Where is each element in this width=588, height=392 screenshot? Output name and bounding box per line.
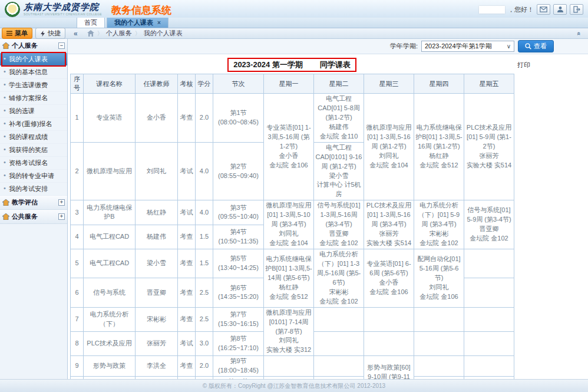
footer-copyright: © 版权所有：CopyRight @江苏金智教育信息技术有限公司 2012-20… <box>0 379 588 392</box>
college-subtitle: SOUTHEAST UNIVERSITY CHENGXIAN COLLEGE <box>24 13 102 16</box>
sidebar-item-makeup-exam[interactable]: 补考(重修)报名 <box>0 118 67 131</box>
chevron-down-icon: ∨ <box>507 43 511 50</box>
brand: 东南大学成贤学院 SOUTHEAST UNIVERSITY CHENGXIAN … <box>5 1 171 17</box>
sidebar-item-course-payment[interactable]: 学生选课缴费 <box>0 79 67 92</box>
expand-group-icon[interactable]: + <box>58 199 65 206</box>
menu-button[interactable]: 菜单 <box>2 28 32 39</box>
sidebar-item-qualification-exam[interactable]: 资格考试报名 <box>0 157 67 170</box>
schedule-cell: 电力系统分析（下）[01] 1-3周,5-16周 (第5-6节) 宋彬彬 金坛院… <box>314 249 364 308</box>
schedule-cell: 微机原理与应用[0101] 7-14周 (第7-8节) 刘同礼 实验大楼 实31… <box>264 307 314 356</box>
breadcrumb-my-schedule[interactable]: 我的个人课表 <box>144 29 183 38</box>
view-button[interactable]: 查看 <box>518 40 554 52</box>
schedule-cell-empty <box>264 356 314 377</box>
sidebar-group-teaching-evaluation[interactable]: 教学评估 + <box>0 196 67 210</box>
table-row: 5 电气工程CAD 梁小雪 考查 1.5 第5节 (13:40~14:25) 电… <box>71 249 514 278</box>
expand-group-icon[interactable]: + <box>58 213 65 220</box>
schedule-panel: 2023-2024 第一学期 同学课表 打印 序号 课程名称 任课教师 <box>68 54 588 390</box>
semester-label: 学年学期: <box>390 42 418 51</box>
table-row: 7 电力系统分析（下） 宋彬彬 考查 2.5 第7节 (15:30~16:15)… <box>71 307 514 331</box>
schedule-cell: PLC技术及应用[01] 5-9周 (第1-2节) 张丽芳 实验大楼 实514 <box>464 94 514 200</box>
schedule-title: 2023-2024 第一学期 同学课表 <box>227 58 356 72</box>
user-button[interactable] <box>553 4 567 15</box>
quick-button[interactable]: 快捷 <box>35 28 65 39</box>
schedule-cell: 配网自动化[01] 5-16周 (第5-6节) 刘同礼 金坛院 金106 <box>414 249 464 308</box>
schedule-cell: 微机原理与应用[01] 1-3周,5-16周 (第1-2节) 刘同礼 金坛院 金… <box>364 94 414 200</box>
college-logo-icon <box>5 2 20 17</box>
search-icon <box>525 43 531 50</box>
greeting-text: ，您好！ <box>508 5 534 14</box>
schedule-cell-empty <box>364 331 414 355</box>
table-row: 3 电力系统继电保护B 杨红静 考试 4.0 第3节 (09:55~10:40)… <box>71 200 514 225</box>
schedule-cell: 微机原理与应用[01] 1-3周,5-10周 (第3-4节) 刘同礼 金坛院 金… <box>264 200 314 249</box>
schedule-cell: 专业英语[01] 6-6周 (第5-6节) 金小香 金坛院 金106 <box>364 249 414 308</box>
tab-my-schedule[interactable]: 我的个人课表 × <box>107 17 169 28</box>
table-row: 1 专业英语 金小香 考查 2.0 第1节 (08:00~08:45) 专业英语… <box>71 94 514 143</box>
schedule-cell-empty <box>314 307 364 331</box>
logout-icon <box>573 6 580 13</box>
collapse-group-icon[interactable]: − <box>58 42 65 49</box>
schedule-cell-empty <box>314 331 364 355</box>
college-name: 东南大学成贤学院 <box>24 3 102 12</box>
mail-icon <box>540 6 547 12</box>
house-icon <box>2 213 9 220</box>
schedule-cell-empty <box>414 356 464 377</box>
sidebar-item-my-schedule[interactable]: 我的个人课表 <box>0 53 67 66</box>
sidebar-item-course-grades[interactable]: 我的课程成绩 <box>0 131 67 144</box>
top-header: 东南大学成贤学院 SOUTHEAST UNIVERSITY CHENGXIAN … <box>0 0 588 18</box>
breadcrumb: 〉 个人服务 〉 我的个人课表 <box>87 29 183 38</box>
home-icon[interactable] <box>87 30 94 37</box>
tab-home[interactable]: 首页 <box>77 17 105 28</box>
header-row: 序号 课程名称 任课教师 考核 学分 节次 星期一 星期二 星期三 星期四 星期… <box>71 74 514 94</box>
sidebar-item-my-course-selection[interactable]: 我的选课 <box>0 105 67 118</box>
schedule-cell-empty <box>314 356 364 377</box>
user-icon <box>557 6 564 13</box>
schedule-cell: 电气工程CAD[01] 5-8周 (第1-2节) 杨建伟 金坛院 金110 <box>314 94 364 143</box>
panel-collapse-icon[interactable]: « <box>576 31 583 35</box>
schedule-cell: 信号与系统[01] 5-9周 (第3-4节) 晋亚卿 金坛院 金102 <box>464 200 514 249</box>
schedule-cell: PLC技术及应用[01] 1-3周,5-16周 (第3-4节) 张丽芳 实验大楼… <box>364 200 414 249</box>
sidebar-collapse-icon[interactable]: « <box>74 29 78 38</box>
semester-select[interactable]: 2023-2024学年第1学期 ∨ <box>421 41 514 52</box>
schedule-cell-empty <box>464 249 514 278</box>
table-row: 9 形势与政策 李洪全 考查 2.0 第9节 (18:00~18:45) 形势与… <box>71 356 514 377</box>
schedule-cell-empty <box>414 331 464 355</box>
tab-bar: 首页 我的个人课表 × <box>0 18 588 28</box>
sidebar-item-awards[interactable]: 我获得的奖惩 <box>0 144 67 157</box>
sidebar-group-public-service[interactable]: 公共服务 + <box>0 210 67 224</box>
schedule-cell-empty <box>414 307 464 331</box>
menu-icon <box>6 31 12 36</box>
username-redacted <box>479 6 505 14</box>
sidebar-item-basic-info[interactable]: 我的基本信息 <box>0 66 67 79</box>
schedule-cell: 电力系统继电保护B[01] 1-3周,5-16周 (第1-2节) 杨红静 金坛院… <box>414 94 464 200</box>
schedule-cell: 信号与系统[01] 1-3周,5-16周 (第3-4节) 晋亚卿 金坛院 金10… <box>314 200 364 249</box>
house-icon <box>2 42 9 49</box>
sidebar-item-exam-schedule[interactable]: 我的考试安排 <box>0 183 67 196</box>
schedule-cell: 电力系统分析（下）[01] 5-9周 (第3-4节) 宋彬彬 金坛院 金102 <box>414 200 464 249</box>
schedule-cell-empty <box>464 331 514 355</box>
sidebar-item-major-transfer[interactable]: 我的转专业申请 <box>0 170 67 183</box>
schedule-cell-empty <box>364 307 414 331</box>
system-title: 教务信息系统 <box>111 4 171 17</box>
mail-button[interactable] <box>537 4 550 15</box>
quick-icon <box>40 31 45 37</box>
sidebar-item-minor-registration[interactable]: 辅修方案报名 <box>0 92 67 105</box>
print-button[interactable]: 打印 <box>517 61 530 70</box>
schedule-cell: 电力系统继电保护B[01] 1-3周,5-14周 (第5-6节) 杨红静 金坛院… <box>264 249 314 308</box>
schedule-cell: 电气工程CAD[0101] 9-16周 (第1-2节) 梁小雪 计算中心 计5机… <box>314 142 364 200</box>
schedule-table: 序号 课程名称 任课教师 考核 学分 节次 星期一 星期二 星期三 星期四 星期… <box>70 74 514 390</box>
main-content: 学年学期: 2023-2024学年第1学期 ∨ 查看 2023-2024 第一学… <box>68 39 588 390</box>
logout-button[interactable] <box>570 4 583 15</box>
schedule-cell-empty <box>464 356 514 377</box>
sidebar: 个人服务 − 我的个人课表 我的基本信息 学生选课缴费 辅修方案报名 我的选课 … <box>0 39 68 390</box>
breadcrumb-personal-service[interactable]: 个人服务 <box>106 29 132 38</box>
close-icon[interactable]: × <box>157 19 161 26</box>
menu-band: 菜单 快捷 « 〉 个人服务 〉 我的个人课表 « <box>0 28 588 39</box>
schedule-cell-empty <box>464 278 514 307</box>
sidebar-group-personal-service[interactable]: 个人服务 − <box>0 39 67 53</box>
house-icon <box>2 199 9 206</box>
schedule-cell-empty <box>464 307 514 331</box>
schedule-cell: 专业英语[01] 1-3周,5-16周 (第1-2节) 金小香 金坛院 金106 <box>264 94 314 200</box>
semester-toolbar: 学年学期: 2023-2024学年第1学期 ∨ 查看 <box>68 39 588 54</box>
